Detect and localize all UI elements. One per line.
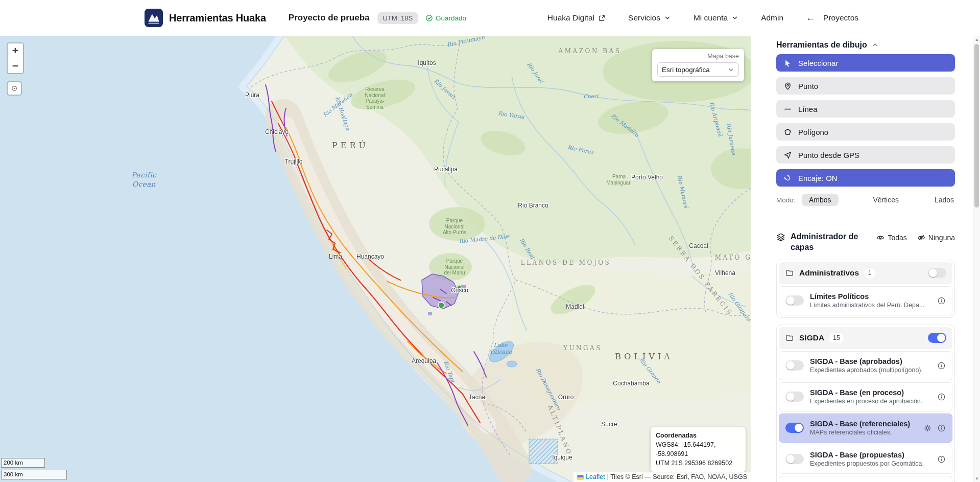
info-icon	[937, 296, 946, 305]
mode-option-vertices[interactable]: Vértices	[872, 194, 900, 206]
eye-icon	[876, 234, 885, 242]
group-name: Administrativos	[799, 268, 859, 278]
external-link-icon	[598, 14, 606, 22]
layer-texts: SIGDA - Base (referenciales) MAPs refere…	[810, 420, 917, 436]
layer-row-sigda-aprobados[interactable]: SIGDA - Base (aprobados) Expedientes apr…	[779, 351, 952, 380]
nav-huaka-digital[interactable]: Huaka Digital	[547, 13, 606, 22]
layer-toggle[interactable]	[785, 423, 804, 433]
map-pin-icon	[783, 82, 792, 90]
right-panel: Herramientas de dibujo Seleccionar Punto…	[751, 36, 973, 482]
top-header: Herramientas Huaka Proyecto de prueba UT…	[0, 0, 980, 36]
layer-title: SIGDA - Base (referenciales)	[810, 420, 917, 428]
mode-option-ambos[interactable]: Ambos	[802, 194, 839, 206]
layer-description: Límites administrativos del Perú: Depa..…	[810, 302, 931, 309]
zoom-in-button[interactable]: +	[8, 43, 23, 58]
layer-toggle[interactable]	[785, 360, 804, 371]
info-icon	[937, 455, 946, 464]
show-all-layers-button[interactable]: Todas	[876, 234, 906, 242]
nav-admin[interactable]: Admin	[761, 13, 783, 22]
basemap-selected-value: Esri topográfica	[662, 66, 728, 74]
group-name: SIGDA	[799, 333, 824, 342]
saved-status: Guardado	[425, 14, 466, 22]
info-icon	[937, 361, 946, 370]
gps-point-tool-label: Punto desde GPS	[798, 151, 859, 159]
nav-admin-label: Admin	[761, 13, 783, 22]
group-toggle[interactable]	[928, 268, 946, 278]
layer-toggle[interactable]	[785, 454, 804, 464]
hide-all-layers-button[interactable]: Ninguna	[917, 234, 955, 242]
layer-row-limites-politicos[interactable]: Límites Políticos Límites administrativo…	[779, 286, 952, 315]
layer-toggle[interactable]	[785, 392, 804, 402]
chevron-down-icon	[664, 14, 671, 21]
layer-description: Expedientes aprobados (multipolígono).	[810, 366, 931, 374]
polygon-tool-label: Polígono	[798, 128, 828, 136]
layer-manager-header: Administrador de capas Todas Ninguna	[776, 232, 955, 253]
layer-toggle[interactable]	[785, 295, 804, 306]
basemap-label: Mapa base	[657, 53, 739, 60]
check-circle-icon	[425, 14, 433, 22]
layer-texts: SIGDA - Base (propuestas) Expedientes pr…	[810, 451, 931, 467]
layer-row-sigda-propuestas[interactable]: SIGDA - Base (propuestas) Expedientes pr…	[779, 445, 952, 474]
page-scrollbar[interactable]: ▲ ▼	[973, 36, 980, 482]
nav-proyectos-back[interactable]: ← Proyectos	[806, 12, 858, 24]
nav-huaka-label: Huaka Digital	[547, 13, 594, 22]
layer-info-button[interactable]	[937, 455, 946, 464]
saved-label: Guardado	[436, 14, 466, 22]
nav-mi-cuenta[interactable]: Mi cuenta	[694, 13, 738, 22]
leaflet-link[interactable]: Leaflet	[586, 473, 605, 480]
select-tool-button[interactable]: Seleccionar	[776, 54, 955, 72]
leaflet-flag-icon	[577, 475, 584, 479]
coordinates-wgs84: WGS84: -15.644197, -58.908691	[656, 440, 740, 458]
utm-badge: UTM: 18S	[377, 12, 419, 24]
line-tool-button[interactable]: Línea	[776, 100, 955, 118]
layer-info-button[interactable]	[937, 424, 946, 432]
layer-info-button[interactable]	[937, 361, 946, 370]
polygon-tool-button[interactable]: Polígono	[776, 123, 955, 141]
header-nav: Huaka Digital Servicios Mi cuenta Admin …	[547, 12, 858, 24]
gps-point-tool-button[interactable]: Punto desde GPS	[776, 146, 955, 164]
select-tool-label: Seleccionar	[798, 59, 838, 67]
locate-button[interactable]	[7, 81, 22, 96]
drawing-tools-header[interactable]: Herramientas de dibujo	[776, 40, 955, 50]
navigation-icon	[783, 151, 792, 159]
point-tool-button[interactable]: Punto	[776, 77, 955, 95]
group-toggle[interactable]	[928, 333, 946, 343]
layer-info-button[interactable]	[937, 393, 946, 401]
group-header-administrativos[interactable]: Administrativos 1	[779, 262, 952, 284]
line-tool-label: Línea	[798, 105, 818, 113]
layer-info-button[interactable]	[937, 296, 946, 305]
group-header-sigda[interactable]: SIGDA 15	[779, 327, 952, 349]
layer-row-sigda-en-proceso[interactable]: SIGDA - Base (en proceso) Expedientes en…	[779, 382, 952, 411]
zoom-out-button[interactable]: −	[8, 58, 23, 73]
layer-group-sigda: SIGDA 15 SIGDA - Base (aprobados) Expedi…	[776, 325, 955, 482]
map-canvas[interactable]: PERÚBOLIVIAAMAZON BASLLANOS DE MOJOSYUNG…	[0, 36, 751, 482]
scrollbar-down-arrow[interactable]: ▼	[973, 475, 980, 482]
layer-texts: SIGDA - Base (aprobados) Expedientes apr…	[810, 357, 931, 374]
mode-option-lados[interactable]: Lados	[934, 194, 955, 206]
layer-texts: Límites Políticos Límites administrativo…	[810, 292, 931, 309]
scrollbar-up-arrow[interactable]: ▲	[973, 36, 980, 43]
scale-bar-top: 200 km	[1, 458, 45, 468]
point-tool-label: Punto	[798, 82, 818, 90]
main-area: PERÚBOLIVIAAMAZON BASLLANOS DE MOJOSYUNG…	[0, 36, 980, 482]
drawing-tools-title: Herramientas de dibujo	[776, 40, 867, 50]
nav-servicios[interactable]: Servicios	[628, 13, 671, 22]
app-root: Herramientas Huaka Proyecto de prueba UT…	[0, 0, 980, 482]
scrollbar-thumb[interactable]	[974, 44, 979, 208]
layer-title: SIGDA - Base (propuestas)	[810, 451, 931, 459]
snap-toggle-button[interactable]: Encaje: ON	[776, 169, 955, 187]
info-icon	[937, 424, 946, 432]
layer-row-sigda-qhapaq-nan[interactable]: SIGDA - Qhapaq Ñan	[779, 476, 952, 482]
layer-row-sigda-referenciales[interactable]: SIGDA - Base (referenciales) MAPs refere…	[779, 414, 952, 443]
basemap-select[interactable]: Esri topográfica	[657, 62, 739, 77]
gear-icon	[923, 424, 932, 432]
locate-icon	[10, 84, 18, 93]
mode-options: Ambos Vértices Lados	[802, 194, 955, 206]
scale-bar-bottom: 300 km	[1, 470, 67, 479]
layer-title: SIGDA - Base (aprobados)	[810, 357, 931, 365]
layer-settings-button[interactable]	[923, 424, 932, 432]
arrow-left-icon: ←	[806, 12, 816, 24]
layer-manager-title-wrap: Administrador de capas	[776, 232, 862, 253]
folder-icon	[785, 333, 794, 342]
folder-icon	[785, 268, 794, 278]
